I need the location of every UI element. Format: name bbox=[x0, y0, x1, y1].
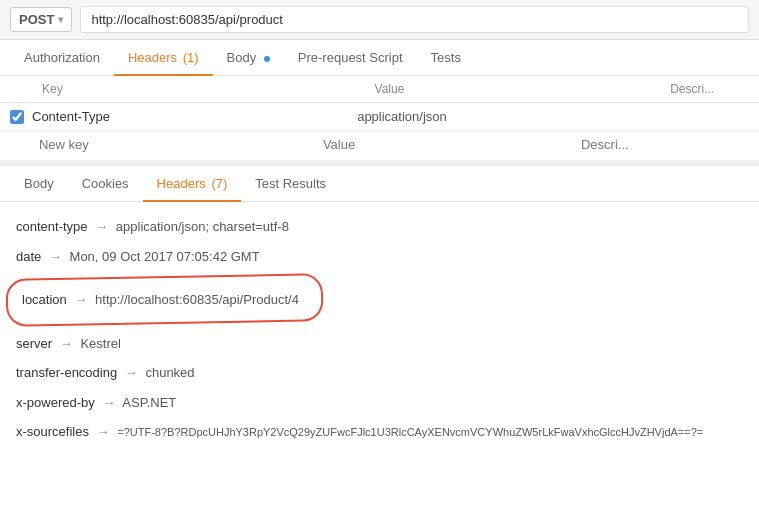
header-checkbox[interactable] bbox=[10, 110, 24, 124]
new-header-row bbox=[0, 131, 759, 158]
response-tab-test-results[interactable]: Test Results bbox=[241, 166, 340, 201]
list-item: x-powered-by → ASP.NET bbox=[16, 388, 743, 418]
table-row: Content-Type application/json bbox=[0, 103, 759, 131]
method-selector[interactable]: POST ▾ bbox=[10, 7, 72, 32]
list-item: location → http://localhost:60835/api/Pr… bbox=[16, 279, 743, 321]
tab-headers[interactable]: Headers (1) bbox=[114, 40, 213, 75]
headers-col-headers: Key Value Descri... bbox=[0, 76, 759, 103]
response-headers-content: content-type → application/json; charset… bbox=[0, 202, 759, 457]
body-dot bbox=[264, 56, 270, 62]
col-value-header: Value bbox=[375, 82, 671, 96]
list-item: server → Kestrel bbox=[16, 329, 743, 359]
tab-authorization[interactable]: Authorization bbox=[10, 40, 114, 75]
response-tab-body[interactable]: Body bbox=[10, 166, 68, 201]
list-item: x-sourcefiles → =?UTF-8?B?RDpcUHJhY3RpY2… bbox=[16, 417, 743, 447]
header-value-cell: application/json bbox=[357, 109, 653, 124]
new-value-input[interactable] bbox=[323, 137, 581, 152]
tab-pre-request-script[interactable]: Pre-request Script bbox=[284, 40, 417, 75]
new-desc-input[interactable] bbox=[581, 137, 749, 152]
new-key-input[interactable] bbox=[39, 137, 323, 152]
request-tabs: Authorization Headers (1) Body Pre-reque… bbox=[0, 40, 759, 76]
response-tab-cookies[interactable]: Cookies bbox=[68, 166, 143, 201]
response-tab-headers[interactable]: Headers (7) bbox=[143, 166, 242, 201]
method-label: POST bbox=[19, 12, 54, 27]
col-key-header: Key bbox=[42, 82, 375, 96]
url-bar: POST ▾ bbox=[0, 0, 759, 40]
chevron-icon: ▾ bbox=[58, 14, 63, 25]
tab-body[interactable]: Body bbox=[213, 40, 284, 75]
response-section: Body Cookies Headers (7) Test Results co… bbox=[0, 160, 759, 457]
response-headers-badge: (7) bbox=[211, 176, 227, 191]
col-desc-header: Descri... bbox=[670, 82, 749, 96]
list-item: transfer-encoding → chunked bbox=[16, 358, 743, 388]
response-tabs: Body Cookies Headers (7) Test Results bbox=[0, 166, 759, 202]
list-item: content-type → application/json; charset… bbox=[16, 212, 743, 242]
tab-tests[interactable]: Tests bbox=[417, 40, 475, 75]
url-input[interactable] bbox=[80, 6, 749, 33]
list-item: date → Mon, 09 Oct 2017 07:05:42 GMT bbox=[16, 242, 743, 272]
header-key-cell: Content-Type bbox=[32, 109, 357, 124]
headers-badge: (1) bbox=[183, 50, 199, 65]
